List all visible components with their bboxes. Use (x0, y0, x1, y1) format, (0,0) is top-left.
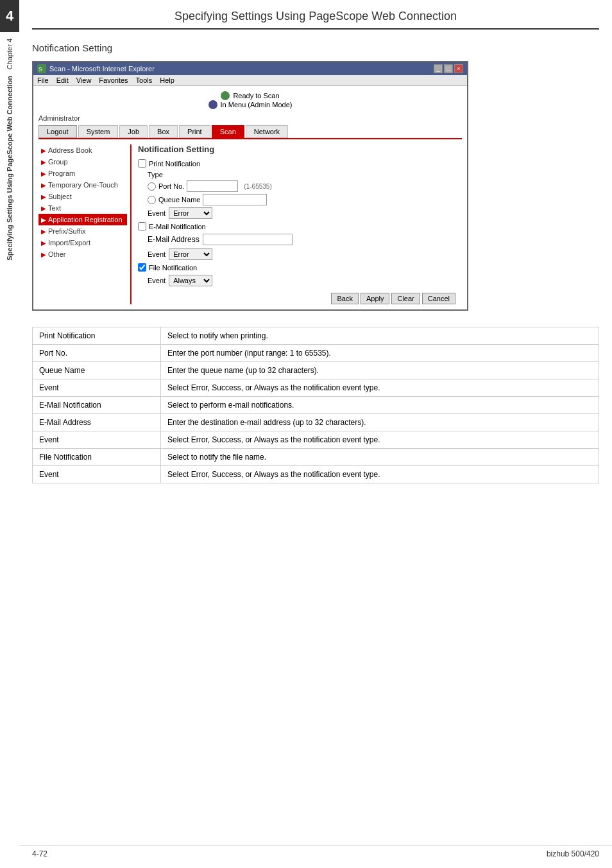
port-no-radio[interactable] (148, 182, 156, 191)
close-button[interactable]: × (454, 64, 463, 73)
menu-help[interactable]: Help (160, 76, 174, 84)
sidebar-item-program[interactable]: ▶ Program (38, 168, 127, 179)
scan-status-icon (221, 91, 230, 100)
term-cell: Event (33, 466, 161, 483)
term-cell: Queue Name (33, 362, 161, 379)
tab-print[interactable]: Print (179, 125, 210, 138)
table-row: E-Mail AddressEnter the destination e-ma… (33, 414, 599, 431)
browser-menubar: File Edit View Favorites Tools Help (33, 75, 467, 86)
desc-table: Print NotificationSelect to notify when … (32, 327, 599, 483)
maximize-button[interactable]: □ (444, 64, 453, 73)
arrow-icon: ▶ (41, 193, 46, 200)
page-header: Specifying Settings Using PageScope Web … (32, 10, 599, 30)
footer-page-num: 4-72 (32, 849, 47, 858)
sidebar-label: Import/Export (48, 239, 90, 247)
email-notification-label: E-Mail Notification (149, 223, 206, 230)
minimize-button[interactable]: _ (434, 64, 443, 73)
arrow-icon: ▶ (41, 170, 46, 177)
chapter-side-label: Specifying Settings Using PageScope Web … (6, 76, 13, 261)
status-area: Ready to Scan In Menu (Admin Mode) (38, 91, 462, 109)
table-row: Queue NameEnter the queue name (up to 32… (33, 362, 599, 379)
file-notification-checkbox[interactable] (138, 263, 146, 272)
desc-cell: Enter the queue name (up to 32 character… (161, 362, 599, 379)
main-content: Specifying Settings Using PageScope Web … (19, 0, 612, 493)
event3-select[interactable]: Error Success Always (169, 275, 212, 286)
side-label: 4 Chapter 4 Specifying Settings Using Pa… (0, 0, 19, 868)
term-cell: Print Notification (33, 327, 161, 345)
menu-tools[interactable]: Tools (136, 76, 153, 84)
term-cell: Port No. (33, 345, 161, 362)
sidebar-item-group[interactable]: ▶ Group (38, 156, 127, 168)
status-line1: Ready to Scan (221, 91, 279, 100)
table-row: E-Mail NotificationSelect to perform e-m… (33, 397, 599, 414)
browser-body: Ready to Scan In Menu (Admin Mode) Admin… (33, 86, 467, 309)
content-panel: Notification Setting Print Notification … (132, 144, 462, 304)
tab-network[interactable]: Network (246, 125, 288, 138)
arrow-icon: ▶ (41, 216, 46, 223)
table-row: EventSelect Error, Success, or Always as… (33, 466, 599, 483)
table-row: EventSelect Error, Success, or Always as… (33, 379, 599, 397)
event2-row: Event Error Success Always (148, 248, 455, 260)
sidebar-item-subject[interactable]: ▶ Subject (38, 191, 127, 202)
event2-select[interactable]: Error Success Always (169, 248, 212, 260)
sidebar-label: Prefix/Suffix (48, 227, 86, 235)
status-text2: In Menu (Admin Mode) (221, 101, 293, 108)
email-address-row: E-Mail Address (148, 234, 455, 245)
tab-job[interactable]: Job (119, 125, 148, 138)
email-address-input[interactable] (203, 234, 293, 245)
menu-view[interactable]: View (76, 76, 92, 84)
sidebar-item-temp-onetouch[interactable]: ▶ Temporary One-Touch (38, 179, 127, 191)
desc-cell: Select to notify the file name. (161, 449, 599, 466)
email-notification-row: E-Mail Notification (138, 222, 455, 230)
table-row: Port No.Enter the port number (input ran… (33, 345, 599, 362)
sidebar-item-prefix[interactable]: ▶ Prefix/Suffix (38, 225, 127, 237)
logout-button[interactable]: Logout (38, 125, 77, 138)
back-button[interactable]: Back (331, 293, 358, 304)
port-no-input[interactable] (187, 180, 238, 192)
arrow-icon: ▶ (41, 239, 46, 247)
port-no-label: Port No. (158, 182, 184, 190)
menu-edit[interactable]: Edit (56, 76, 69, 84)
sidebar-item-text[interactable]: ▶ Text (38, 202, 127, 214)
event1-select[interactable]: Error Success Always (169, 207, 212, 219)
sidebar-label: Address Book (48, 146, 92, 154)
sidebar-item-other[interactable]: ▶ Other (38, 248, 127, 260)
port-no-row: Port No. (1-65535) (148, 180, 455, 192)
menu-favorites[interactable]: Favorites (99, 76, 128, 84)
svg-text:S: S (38, 66, 42, 73)
browser-titlebar: S Scan - Microsoft Internet Explorer _ □… (33, 62, 467, 75)
term-cell: Event (33, 379, 161, 397)
desc-cell: Enter the destination e-mail address (up… (161, 414, 599, 431)
footer-model: bizhub 500/420 (547, 849, 599, 858)
apply-button[interactable]: Apply (361, 293, 390, 304)
sidebar-label: Text (48, 204, 61, 212)
nav-tabs: Logout System Job Box Print Scan Network (38, 125, 462, 139)
term-cell: Event (33, 431, 161, 449)
menu-file[interactable]: File (37, 76, 49, 84)
tab-box[interactable]: Box (149, 125, 178, 138)
sidebar-item-addressbook[interactable]: ▶ Address Book (38, 144, 127, 156)
email-notification-checkbox[interactable] (138, 222, 146, 230)
desc-cell: Select to perform e-mail notifications. (161, 397, 599, 414)
sidebar-label: Other (48, 250, 66, 258)
print-notification-checkbox[interactable] (138, 159, 146, 168)
queue-name-label: Queue Name (158, 196, 200, 204)
queue-name-row: Queue Name (148, 194, 455, 205)
desc-cell: Select Error, Success, or Always as the … (161, 379, 599, 397)
table-row: Print NotificationSelect to notify when … (33, 327, 599, 345)
table-row: EventSelect Error, Success, or Always as… (33, 431, 599, 449)
admin-label: Administrator (38, 114, 462, 122)
arrow-icon: ▶ (41, 159, 46, 166)
clear-button[interactable]: Clear (391, 293, 420, 304)
queue-name-radio[interactable] (148, 196, 156, 204)
status-text1: Ready to Scan (233, 92, 279, 100)
tab-scan[interactable]: Scan (212, 125, 244, 138)
tab-system[interactable]: System (78, 125, 119, 138)
cancel-button[interactable]: Cancel (422, 293, 455, 304)
win-controls[interactable]: _ □ × (434, 64, 463, 73)
sidebar-item-appregistration[interactable]: ▶ Application Registration (38, 214, 127, 225)
sidebar: ▶ Address Book ▶ Group ▶ Program ▶ Tempo… (38, 144, 132, 304)
queue-name-input[interactable] (203, 194, 267, 205)
sidebar-item-importexport[interactable]: ▶ Import/Export (38, 237, 127, 248)
browser-title: Scan - Microsoft Internet Explorer (49, 65, 155, 73)
